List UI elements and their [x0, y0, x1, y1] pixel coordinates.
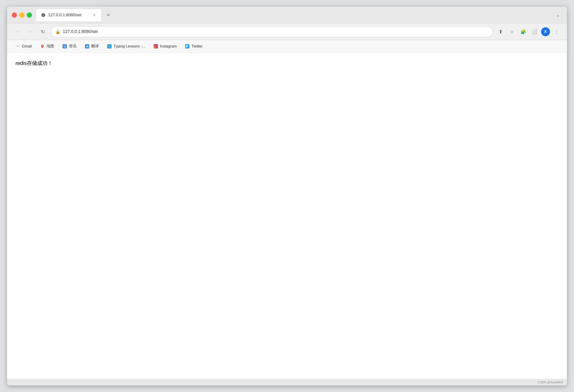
- tab-close-button[interactable]: ×: [92, 13, 97, 17]
- extensions-button[interactable]: 🧩: [518, 27, 528, 37]
- bookmark-instagram-label: Instagram: [160, 44, 177, 48]
- page-text: redis存储成功！: [16, 60, 558, 67]
- bookmark-news[interactable]: G 资讯: [59, 42, 80, 50]
- instagram-icon: [153, 44, 158, 49]
- bookmark-button[interactable]: ☆: [507, 27, 517, 37]
- news-icon: G: [62, 44, 67, 49]
- navigation-bar: ← → ↻ 🔒 127.0.0.1:8080/set ⬆ ☆ 🧩 ⬜ X ⋮: [7, 23, 567, 40]
- split-view-button[interactable]: ⬜: [530, 27, 539, 37]
- bookmark-maps-label: 地图: [47, 44, 54, 49]
- nav-actions: ⬆ ☆ 🧩 ⬜ X ⋮: [496, 27, 561, 37]
- bookmark-translate[interactable]: 译 翻译: [81, 42, 102, 50]
- address-text: 127.0.0.1:8080/set: [63, 29, 488, 34]
- bookmark-instagram[interactable]: Instagram: [150, 42, 180, 50]
- bookmark-typing[interactable]: t Typing Lessons -...: [103, 42, 148, 50]
- svg-point-3: [42, 45, 43, 46]
- minimize-button[interactable]: [19, 12, 24, 18]
- svg-text:i: i: [43, 14, 43, 17]
- close-button[interactable]: [12, 12, 17, 18]
- svg-point-12: [157, 45, 157, 45]
- svg-text:G: G: [63, 45, 66, 48]
- twitter-icon: [185, 44, 190, 49]
- share-button[interactable]: ⬆: [496, 27, 505, 37]
- bookmark-gmail-label: Gmail: [22, 44, 32, 48]
- new-tab-button[interactable]: +: [103, 10, 113, 20]
- bookmark-maps[interactable]: 地图: [37, 42, 57, 50]
- bookmark-gmail[interactable]: Gmail: [12, 42, 35, 50]
- tab-title: 127.0.0.1:8080/set: [48, 13, 90, 17]
- translate-icon: 译: [84, 44, 90, 49]
- browser-window: i 127.0.0.1:8080/set × + ⌄ ← → ↻ 🔒 127.0…: [7, 7, 567, 385]
- attribution-text: CSDN @Xiao8830: [537, 380, 563, 384]
- page-content: redis存储成功！: [7, 53, 567, 379]
- tab-favicon: i: [41, 12, 46, 18]
- active-tab[interactable]: i 127.0.0.1:8080/set ×: [36, 9, 102, 21]
- typing-icon: t: [107, 44, 112, 49]
- svg-text:t: t: [109, 44, 110, 48]
- more-options-button[interactable]: ⋮: [552, 27, 561, 37]
- bookmark-typing-label: Typing Lessons -...: [114, 44, 145, 48]
- bookmark-translate-label: 翻译: [91, 44, 99, 49]
- address-bar[interactable]: 🔒 127.0.0.1:8080/set: [51, 26, 492, 37]
- bookmark-twitter[interactable]: Twitter: [181, 42, 206, 50]
- tab-bar: i 127.0.0.1:8080/set × + ⌄: [36, 9, 562, 21]
- title-bar: i 127.0.0.1:8080/set × + ⌄: [7, 7, 567, 23]
- bookmark-news-label: 资讯: [69, 44, 77, 49]
- gmail-icon: [15, 44, 20, 49]
- tab-strip-expand-icon[interactable]: ⌄: [554, 11, 562, 19]
- bottom-bar: CSDN @Xiao8830: [7, 379, 567, 385]
- bookmarks-bar: Gmail 地图 G 资讯: [7, 40, 567, 53]
- maps-icon: [40, 44, 45, 49]
- back-button[interactable]: ←: [13, 27, 22, 37]
- svg-text:译: 译: [86, 45, 88, 47]
- traffic-lights: [12, 12, 32, 18]
- forward-button[interactable]: →: [25, 27, 35, 37]
- bookmark-twitter-label: Twitter: [191, 44, 203, 48]
- svg-rect-10: [154, 44, 158, 48]
- maximize-button[interactable]: [27, 12, 32, 18]
- profile-avatar[interactable]: X: [541, 27, 550, 36]
- reload-button[interactable]: ↻: [38, 27, 47, 37]
- security-icon: 🔒: [55, 29, 61, 34]
